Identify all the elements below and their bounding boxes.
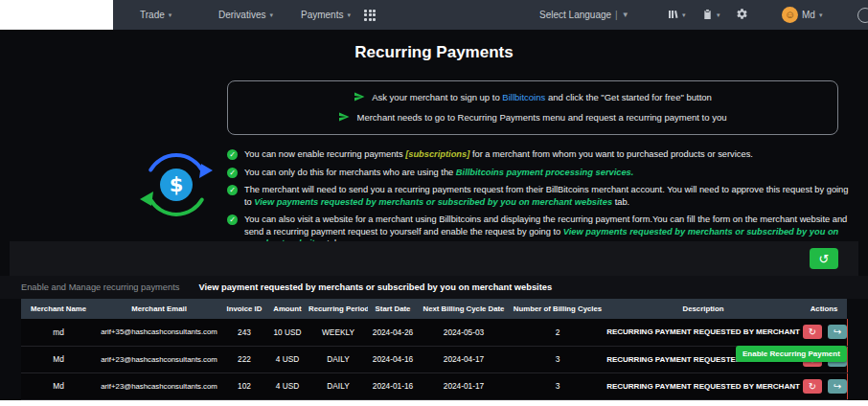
user-label: Md — [802, 10, 815, 20]
text-segment: Merchant needs to go to Recurring Paymen… — [356, 112, 726, 123]
check-circle-icon: ✓ — [227, 168, 238, 178]
cell-next-billing-date: 2024-05-03 — [418, 319, 510, 346]
bullet-text: You can only do this for merchants who a… — [244, 167, 633, 179]
language-selector[interactable]: Select Language | ▼ — [539, 0, 629, 30]
cell-recurring-period: WEEKLY — [308, 319, 368, 346]
help-button[interactable] — [857, 0, 868, 30]
column-header: Actions — [801, 299, 847, 319]
text-segment: You can only do this for merchants who a… — [244, 168, 456, 177]
enable-recurring-button[interactable]: ↪ — [828, 325, 847, 339]
billbitcoins-link[interactable]: Billbitcoins — [502, 92, 545, 102]
cell-start-date: 2024-04-16 — [368, 346, 418, 372]
refresh-icon: ↻ — [809, 327, 816, 337]
svg-text:$: $ — [170, 173, 184, 196]
chevron-down-icon: ▾ — [717, 11, 720, 19]
table-header-row: Merchant Name Merchant Email Invoice ID … — [21, 299, 847, 319]
cell-invoice-id: 243 — [222, 319, 266, 346]
apps-grid-icon — [364, 10, 376, 21]
tab-strip: Enable and Manage recurring payments Vie… — [0, 276, 868, 299]
column-header: Next Billing Cycle Date — [418, 299, 510, 319]
divider: | — [615, 10, 618, 20]
chevron-down-icon: ▾ — [347, 11, 351, 19]
gear-icon — [736, 8, 748, 22]
cell-merchant-name: md — [21, 319, 96, 346]
cell-billing-cycles: 3 — [510, 346, 605, 372]
cell-actions: ↻ ↪ — [801, 319, 847, 346]
avatar: ☺ — [782, 7, 798, 23]
books-icon — [667, 9, 678, 22]
cell-amount: 4 USD — [266, 372, 308, 399]
cell-merchant-email: arif+35@hashcashconsultants.com — [96, 319, 222, 346]
text-segment: You can now enable recurring payments — [244, 149, 405, 159]
main-content: Recurring Payments Ask your merchant to … — [0, 30, 868, 400]
bullet-item: ✓ The merchant will need to send you a r… — [227, 184, 850, 208]
cell-merchant-email: arif+23@hashcashconsultants.com — [96, 346, 222, 372]
cell-recurring-period: DAILY — [308, 372, 368, 399]
logo-placeholder — [0, 0, 113, 30]
chevron-down-icon: ▾ — [169, 11, 172, 19]
cell-next-billing-date: 2024-01-17 — [418, 372, 510, 399]
enable-recurring-button[interactable]: ↪ — [828, 379, 847, 394]
cell-start-date: 2024-04-26 — [368, 319, 418, 346]
instruction-text: Ask your merchant to sign up to Billbitc… — [372, 92, 712, 102]
clipboard-icon — [702, 9, 713, 22]
nav-menu-trade[interactable]: Trade ▾ — [140, 0, 171, 30]
disable-recurring-button[interactable]: ↻ — [803, 379, 822, 394]
bullet-text: You can now enable recurring payments [s… — [244, 148, 753, 161]
text-segment: tab. — [612, 197, 629, 207]
column-header: Merchant Email — [96, 299, 222, 319]
column-header: Recurring Period — [308, 299, 368, 319]
apps-grid-button[interactable] — [364, 0, 376, 30]
bullet-item: ✓ You can only do this for merchants who… — [227, 167, 850, 179]
feature-bullets: ✓ You can now enable recurring payments … — [227, 148, 850, 256]
cell-billing-cycles: 2 — [510, 319, 605, 346]
settings-button[interactable] — [736, 0, 748, 30]
nav-menu-derivatives[interactable]: Derivatives ▾ — [218, 0, 273, 30]
chevron-down-icon: ▾ — [269, 11, 273, 19]
column-header: Invoice ID — [222, 299, 266, 319]
disable-recurring-button[interactable]: ↻ — [803, 325, 822, 339]
cell-start-date: 2024-01-16 — [368, 372, 418, 399]
forward-arrow-icon: ↪ — [834, 327, 841, 337]
nav-menu-payments[interactable]: Payments ▾ — [301, 0, 351, 30]
chevron-down-icon: ▾ — [682, 11, 686, 19]
column-header: Start Date — [368, 299, 418, 319]
view-payments-link[interactable]: View payments requested by merchants or … — [254, 197, 612, 207]
column-header: Description — [605, 299, 801, 319]
column-header: Amount — [266, 299, 308, 319]
instructions-box: Ask your merchant to sign up to Billbitc… — [227, 80, 838, 135]
table-row: md arif+35@hashcashconsultants.com 243 1… — [21, 319, 847, 346]
cell-description: RECURRING PAYMENT REQUESTED BY MERCHANT — [605, 319, 801, 346]
cell-merchant-name: Md — [21, 346, 96, 372]
instruction-line: Merchant needs to go to Recurring Paymen… — [228, 111, 837, 123]
text-segment: and click the "Get started for free" but… — [545, 92, 712, 102]
cell-amount: 4 USD — [266, 346, 308, 372]
tab-view-requested[interactable]: View payment requested by merchants or s… — [198, 282, 552, 292]
nav-menu-label: Derivatives — [218, 10, 265, 20]
cell-description: RECURRING PAYMENT REQUESTED BY MERCHANT — [605, 372, 801, 399]
app-window: Trade ▾ Derivatives ▾ Payments ▾ Select … — [0, 0, 868, 406]
user-menu[interactable]: ☺ Md ▾ — [782, 0, 822, 30]
clipboard-menu-button[interactable]: ▾ — [702, 0, 720, 30]
refresh-button[interactable]: ↺ — [810, 248, 838, 269]
cell-merchant-email: arif+23@hashcashconsultants.com — [96, 372, 222, 399]
table-row: Md arif+23@hashcashconsultants.com 222 4… — [21, 346, 847, 372]
books-menu-button[interactable]: ▾ — [667, 0, 686, 30]
text-segment: for a merchant from whom you want to pur… — [469, 149, 753, 159]
chevron-down-icon: ▾ — [819, 11, 823, 19]
text-segment: Ask your merchant to sign up to — [372, 92, 502, 102]
nav-menu-label: Trade — [140, 10, 165, 20]
nav-menu-label: Payments — [301, 10, 343, 20]
recurring-payments-table-wrap: Merchant Name Merchant Email Invoice ID … — [21, 299, 847, 400]
cell-amount: 10 USD — [266, 319, 308, 346]
check-circle-icon: ✓ — [227, 214, 238, 225]
cell-invoice-id: 102 — [222, 372, 266, 399]
recurring-payments-table: Merchant Name Merchant Email Invoice ID … — [21, 299, 848, 400]
text-segment: [subscriptions] — [405, 149, 469, 159]
cell-invoice-id: 222 — [222, 346, 266, 372]
history-icon: ↺ — [819, 252, 830, 266]
tab-enable-manage[interactable]: Enable and Manage recurring payments — [21, 282, 179, 292]
cell-actions: ↻ ↪ — [801, 372, 847, 399]
cell-recurring-period: DAILY — [308, 346, 368, 372]
chevron-down-icon: ▼ — [622, 11, 629, 19]
